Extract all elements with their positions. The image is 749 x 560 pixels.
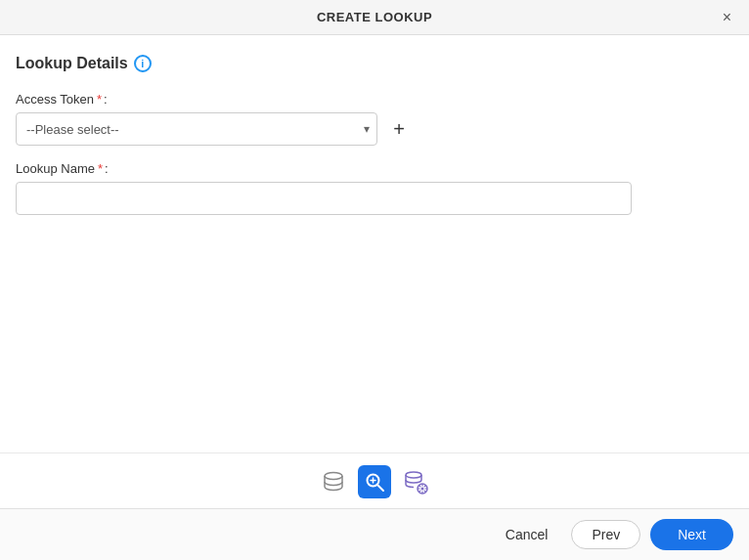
- step-db-icon: [317, 465, 350, 498]
- add-access-token-button[interactable]: +: [385, 115, 413, 143]
- step-db-settings-icon: [399, 465, 432, 498]
- cancel-button[interactable]: Cancel: [492, 521, 562, 548]
- stepper: [0, 452, 749, 508]
- dialog-header: CREATE LOOKUP ×: [0, 0, 749, 35]
- access-token-select-wrapper: --Please select-- ▾: [16, 112, 377, 146]
- dialog-footer: Cancel Prev Next: [0, 508, 749, 560]
- access-token-label: Access Token * :: [16, 92, 733, 107]
- access-token-group: Access Token * : --Please select-- ▾ +: [16, 92, 733, 146]
- access-token-required: *: [97, 92, 102, 107]
- lookup-name-label: Lookup Name * :: [16, 161, 733, 176]
- dialog-body: Lookup Details i Access Token * : --Plea…: [0, 35, 749, 452]
- lookup-name-required: *: [98, 161, 103, 176]
- dialog-title: CREATE LOOKUP: [317, 10, 432, 24]
- section-title-text: Lookup Details: [16, 55, 128, 72]
- svg-point-5: [421, 488, 424, 491]
- svg-point-3: [406, 472, 421, 478]
- create-lookup-dialog: CREATE LOOKUP × Lookup Details i Access …: [0, 0, 749, 560]
- svg-point-0: [325, 473, 342, 480]
- close-button[interactable]: ×: [719, 8, 735, 27]
- access-token-select[interactable]: --Please select--: [16, 112, 377, 146]
- prev-button[interactable]: Prev: [571, 520, 640, 549]
- lookup-name-group: Lookup Name * :: [16, 161, 733, 215]
- info-icon[interactable]: i: [134, 55, 152, 72]
- step-search-icon: [358, 465, 391, 498]
- next-button[interactable]: Next: [650, 519, 733, 550]
- section-title: Lookup Details i: [16, 55, 733, 72]
- access-token-row: --Please select-- ▾ +: [16, 112, 733, 146]
- lookup-name-input[interactable]: [16, 182, 632, 215]
- svg-line-2: [377, 485, 383, 491]
